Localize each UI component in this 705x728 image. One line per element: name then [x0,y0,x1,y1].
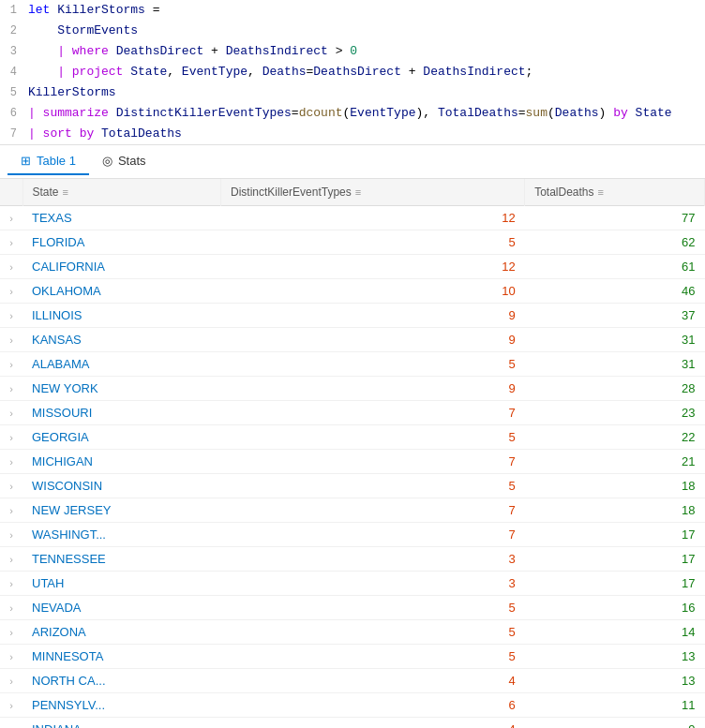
deaths-cell: 61 [525,255,705,279]
table-row[interactable]: ›WASHINGT...717 [0,523,705,547]
expand-cell[interactable]: › [0,572,22,596]
distinct-filter-icon[interactable]: ≡ [355,186,361,198]
line-number: 2 [0,22,28,40]
deaths-cell: 28 [525,377,705,401]
deaths-cell: 31 [525,328,705,352]
tab-icon: ◎ [102,154,112,168]
state-cell: TENNESSEE [22,547,221,572]
expand-cell[interactable]: › [0,206,22,230]
state-cell: CALIFORNIA [22,255,221,279]
state-filter-icon[interactable]: ≡ [63,186,68,198]
deaths-cell: 18 [525,474,705,498]
state-cell: UTAH [22,572,221,596]
deaths-cell: 17 [525,523,705,547]
line-number: 7 [0,125,28,143]
expand-cell[interactable]: › [0,425,22,450]
expand-cell[interactable]: › [0,498,22,523]
distinct-cell: 3 [221,572,525,596]
distinct-cell: 5 [221,230,525,255]
deaths-cell: 62 [525,230,705,255]
deaths-filter-icon[interactable]: ≡ [598,186,604,198]
expand-cell[interactable]: › [0,596,22,620]
table-row[interactable]: ›WISCONSIN518 [0,474,705,498]
expand-cell[interactable]: › [0,669,22,693]
table-header: State ≡ DistinctKillerEventTypes ≡ Total… [0,179,705,206]
distinct-cell: 5 [221,596,525,620]
deaths-cell: 14 [525,620,705,645]
table-row[interactable]: ›CALIFORNIA1261 [0,255,705,279]
expand-cell[interactable]: › [0,450,22,474]
expand-cell[interactable]: › [0,523,22,547]
state-cell: GEORGIA [22,425,221,450]
expand-cell[interactable]: › [0,693,22,718]
distinct-cell: 5 [221,352,525,377]
table-row[interactable]: ›MICHIGAN721 [0,450,705,474]
deaths-col-header: TotalDeaths ≡ [525,179,705,206]
distinct-cell: 9 [221,304,525,328]
expand-cell[interactable]: › [0,279,22,304]
table-row[interactable]: ›PENNSYLV...611 [0,693,705,718]
state-cell: OKLAHOMA [22,279,221,304]
expand-cell[interactable]: › [0,377,22,401]
line-number: 1 [0,1,28,20]
expand-cell[interactable]: › [0,255,22,279]
distinct-cell: 7 [221,450,525,474]
expand-cell[interactable]: › [0,328,22,352]
distinct-cell: 9 [221,377,525,401]
table-row[interactable]: ›OKLAHOMA1046 [0,279,705,304]
state-cell: WISCONSIN [22,474,221,498]
expand-cell[interactable]: › [0,645,22,669]
state-cell: NEW JERSEY [22,498,221,523]
expand-cell[interactable]: › [0,401,22,425]
table-row[interactable]: ›NEVADA516 [0,596,705,620]
expand-cell[interactable]: › [0,620,22,645]
table-row[interactable]: ›NEW JERSEY718 [0,498,705,523]
expand-cell[interactable]: › [0,718,22,729]
distinct-cell: 12 [221,206,525,230]
table-row[interactable]: ›ALABAMA531 [0,352,705,377]
table-row[interactable]: ›INDIANA49 [0,718,705,729]
table-body: ›TEXAS1277›FLORIDA562›CALIFORNIA1261›OKL… [0,206,705,729]
line-number: 5 [0,83,28,102]
expand-cell[interactable]: › [0,352,22,377]
deaths-cell: 22 [525,425,705,450]
table-row[interactable]: ›ILLINOIS937 [0,304,705,328]
table-row[interactable]: ›NORTH CA...413 [0,669,705,693]
state-cell: FLORIDA [22,230,221,255]
state-cell: ARIZONA [22,620,221,645]
table-row[interactable]: ›FLORIDA562 [0,230,705,255]
state-cell: TEXAS [22,206,221,230]
line-content: let KillerStorms = [28,1,705,20]
expand-cell[interactable]: › [0,474,22,498]
tab-stats[interactable]: ◎Stats [89,148,159,175]
state-cell: WASHINGT... [22,523,221,547]
distinct-cell: 7 [221,498,525,523]
expand-cell[interactable]: › [0,230,22,255]
table-row[interactable]: ›MISSOURI723 [0,401,705,425]
distinct-cell: 7 [221,523,525,547]
table-row[interactable]: ›MINNESOTA513 [0,645,705,669]
state-cell: MICHIGAN [22,450,221,474]
code-line-2: 2 StormEvents [0,21,705,41]
table-row[interactable]: ›GEORGIA522 [0,425,705,450]
distinct-col-header: DistinctKillerEventTypes ≡ [221,179,525,206]
line-number: 4 [0,63,28,82]
expand-col-header [0,179,22,206]
distinct-cell: 5 [221,474,525,498]
tab-table-1[interactable]: ⊞Table 1 [8,148,89,175]
table-row[interactable]: ›ARIZONA514 [0,620,705,645]
line-number: 6 [0,104,28,123]
code-editor: 1let KillerStorms =2 StormEvents3 | wher… [0,0,705,145]
distinct-cell: 5 [221,620,525,645]
line-number: 3 [0,42,28,61]
table-row[interactable]: ›TENNESSEE317 [0,547,705,572]
table-row[interactable]: ›NEW YORK928 [0,377,705,401]
table-row[interactable]: ›UTAH317 [0,572,705,596]
expand-cell[interactable]: › [0,304,22,328]
table-row[interactable]: ›TEXAS1277 [0,206,705,230]
deaths-cell: 9 [525,718,705,729]
table-row[interactable]: ›KANSAS931 [0,328,705,352]
distinct-cell: 4 [221,669,525,693]
line-content: | sort by TotalDeaths [28,125,705,143]
expand-cell[interactable]: › [0,547,22,572]
